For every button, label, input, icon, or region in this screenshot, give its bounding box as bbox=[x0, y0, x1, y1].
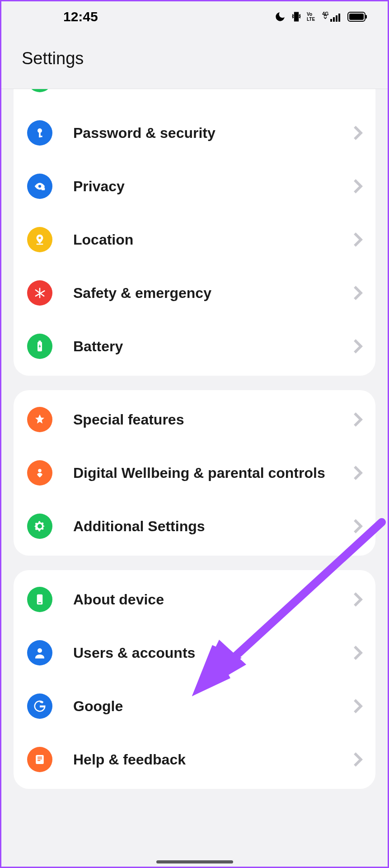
settings-group-device: Apps Password & security Privacy Locatio… bbox=[14, 89, 375, 376]
battery-status-icon bbox=[347, 12, 367, 22]
settings-item-safety[interactable]: Safety & emergency bbox=[14, 266, 375, 320]
settings-scroll[interactable]: Apps Password & security Privacy Locatio… bbox=[0, 89, 389, 868]
chevron-right-icon bbox=[353, 125, 363, 141]
vibrate-icon bbox=[291, 11, 302, 23]
svg-rect-16 bbox=[39, 136, 42, 137]
eye-lock-icon bbox=[27, 174, 52, 199]
settings-label: Privacy bbox=[73, 177, 353, 195]
pin-icon bbox=[27, 227, 52, 252]
star-icon bbox=[27, 407, 52, 432]
battery-icon bbox=[27, 334, 52, 359]
settings-item-google[interactable]: Google bbox=[14, 679, 375, 733]
svg-point-23 bbox=[38, 469, 42, 472]
svg-rect-5 bbox=[336, 15, 337, 22]
svg-rect-9 bbox=[366, 15, 367, 19]
svg-point-26 bbox=[37, 648, 42, 653]
status-icons: VoLTE 4G bbox=[274, 11, 367, 23]
svg-rect-3 bbox=[330, 19, 332, 22]
svg-rect-30 bbox=[37, 760, 40, 761]
status-bar: 12:45 VoLTE 4G bbox=[0, 0, 389, 33]
settings-item-password[interactable]: Password & security bbox=[14, 106, 375, 160]
settings-label: Google bbox=[73, 697, 353, 715]
svg-text:Vo: Vo bbox=[307, 12, 312, 17]
svg-rect-22 bbox=[39, 341, 41, 342]
svg-point-19 bbox=[38, 237, 41, 240]
settings-item-special[interactable]: Special features bbox=[14, 393, 375, 446]
chevron-right-icon bbox=[353, 412, 363, 427]
key-icon bbox=[27, 120, 52, 146]
chevron-right-icon bbox=[353, 519, 363, 534]
chevron-right-icon bbox=[353, 285, 363, 301]
header: Settings bbox=[0, 33, 389, 84]
chevron-right-icon bbox=[353, 339, 363, 354]
home-indicator[interactable] bbox=[156, 860, 233, 863]
chevron-right-icon bbox=[353, 698, 363, 714]
settings-label: Safety & emergency bbox=[73, 284, 353, 302]
signal-icon: 4G bbox=[322, 11, 343, 23]
status-time: 12:45 bbox=[63, 9, 98, 24]
svg-rect-8 bbox=[349, 14, 364, 20]
settings-item-location[interactable]: Location bbox=[14, 213, 375, 266]
settings-label: Battery bbox=[73, 337, 353, 355]
heart-icon bbox=[27, 460, 52, 486]
person-icon bbox=[27, 640, 52, 665]
settings-list: Apps Password & security Privacy Locatio… bbox=[0, 89, 389, 789]
settings-label: Password & security bbox=[73, 124, 353, 142]
chevron-right-icon bbox=[353, 179, 363, 194]
svg-rect-20 bbox=[37, 244, 43, 245]
google-icon bbox=[27, 693, 52, 719]
settings-item-help[interactable]: Help & feedback bbox=[14, 733, 375, 786]
svg-text:LTE: LTE bbox=[307, 17, 315, 22]
chevron-right-icon bbox=[353, 232, 363, 247]
device-icon bbox=[27, 587, 52, 612]
settings-item-additional[interactable]: Additional Settings bbox=[14, 500, 375, 553]
chevron-right-icon bbox=[353, 465, 363, 481]
settings-item-users[interactable]: Users & accounts bbox=[14, 626, 375, 679]
settings-label: Additional Settings bbox=[73, 517, 353, 535]
svg-point-17 bbox=[38, 185, 41, 188]
svg-rect-27 bbox=[36, 755, 44, 764]
svg-rect-25 bbox=[38, 602, 41, 603]
chevron-right-icon bbox=[353, 645, 363, 660]
chevron-right-icon bbox=[353, 752, 363, 767]
settings-item-apps[interactable]: Apps bbox=[14, 89, 375, 106]
settings-item-about[interactable]: About device bbox=[14, 573, 375, 626]
svg-rect-28 bbox=[37, 757, 42, 758]
chevron-right-icon bbox=[353, 592, 363, 607]
volte-icon: VoLTE bbox=[307, 12, 318, 22]
settings-label: Help & feedback bbox=[73, 750, 353, 769]
settings-label: Digital Wellbeing & parental controls bbox=[73, 464, 353, 482]
dnd-moon-icon bbox=[274, 11, 286, 23]
settings-item-wellbeing[interactable]: Digital Wellbeing & parental controls bbox=[14, 446, 375, 500]
gear-icon bbox=[27, 514, 52, 539]
svg-rect-4 bbox=[333, 17, 335, 22]
book-icon bbox=[27, 747, 52, 772]
page-title: Settings bbox=[22, 49, 389, 68]
svg-rect-29 bbox=[37, 759, 42, 760]
settings-item-privacy[interactable]: Privacy bbox=[14, 160, 375, 213]
apps-icon bbox=[27, 89, 52, 92]
settings-label: About device bbox=[73, 590, 353, 609]
settings-item-battery[interactable]: Battery bbox=[14, 320, 375, 373]
svg-rect-6 bbox=[338, 14, 340, 22]
settings-label: Location bbox=[73, 231, 353, 249]
svg-point-14 bbox=[37, 128, 42, 133]
settings-group-features: Special features Digital Wellbeing & par… bbox=[14, 390, 375, 556]
asterisk-icon bbox=[27, 280, 52, 306]
settings-label: Users & accounts bbox=[73, 644, 353, 662]
settings-group-system: About device Users & accounts Google Hel… bbox=[14, 570, 375, 789]
svg-rect-18 bbox=[42, 188, 45, 190]
settings-label: Special features bbox=[73, 410, 353, 429]
